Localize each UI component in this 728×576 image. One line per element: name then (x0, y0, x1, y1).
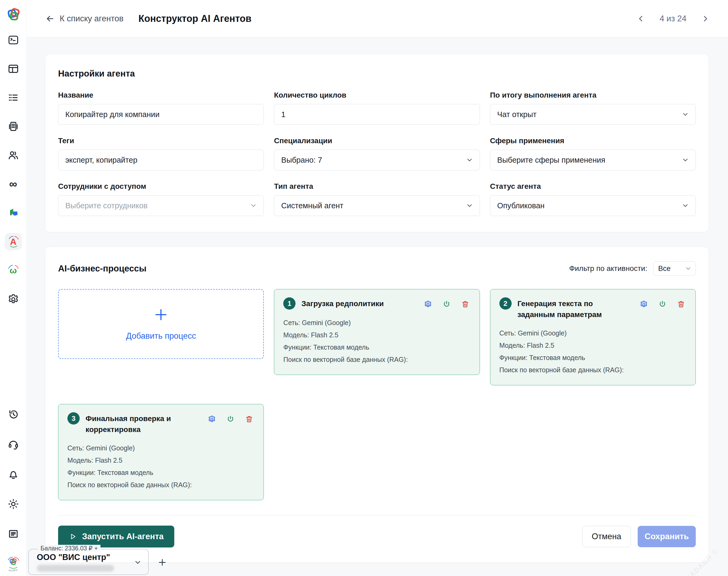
sidebar-item-notifications[interactable] (5, 466, 22, 483)
agent-settings-title: Настройки агента (58, 68, 696, 79)
wiki-icon-ring (6, 263, 20, 277)
sidebar-item-wiki[interactable]: ω (5, 262, 22, 279)
process-delete-button[interactable] (676, 299, 687, 310)
agents-icon-ring (6, 235, 20, 249)
process-number-badge: 3 (67, 412, 80, 425)
field-on-finish: По итогу выполнения агента Чат открыт (490, 91, 696, 125)
sidebar-item-settings[interactable] (5, 291, 22, 308)
run-agent-button[interactable]: Запустить AI-агента (58, 526, 174, 547)
process-settings-button[interactable] (638, 299, 649, 310)
process-title: Загрузка редполитики (301, 298, 416, 309)
sidebar-item-infinity[interactable]: ∞ (5, 175, 22, 193)
company-block: ООО "ВИС центр" (37, 552, 134, 572)
sidebar: ∞ A (0, 0, 27, 576)
power-icon (442, 300, 451, 309)
pager-prev-button[interactable] (636, 13, 646, 24)
process-title: Финальная проверка и корректировка (86, 413, 200, 435)
pager-next-button[interactable] (700, 13, 710, 24)
theme-icon (7, 498, 20, 510)
spheres-select[interactable]: Выберите сферы применения (490, 150, 696, 170)
gear-icon (208, 415, 216, 424)
balance-label: Баланс: 2336.03 ₽ + (38, 545, 100, 552)
activity-filter-select[interactable]: Все (653, 261, 696, 276)
process-delete-button[interactable] (460, 299, 471, 310)
process-card-1-header: 1 Загрузка редполитики (283, 297, 470, 310)
sidebar-item-terminal[interactable] (5, 31, 22, 49)
app-root: ∞ A (0, 0, 728, 576)
sidebar-item-support[interactable] (5, 436, 22, 453)
chevron-left-icon (637, 15, 645, 23)
kanban-icon (7, 63, 20, 75)
process-settings-button[interactable] (207, 414, 217, 425)
sidebar-logo-small[interactable]: VLGPT (5, 555, 22, 572)
process-number-badge: 2 (499, 297, 512, 310)
logo-small-caption: VLGPT (6, 569, 21, 572)
sidebar-item-kanban[interactable] (5, 60, 22, 77)
apps-icon (7, 207, 20, 219)
chevron-down-icon (681, 202, 689, 209)
power-icon (226, 415, 235, 424)
field-employees: Сотрудники с доступом Выберите сотрудник… (58, 182, 264, 216)
app-logo[interactable] (5, 6, 22, 23)
field-tags-label: Теги (58, 137, 264, 145)
process-detail-line: Функции: Текстовая модель (283, 341, 470, 353)
status-select[interactable]: Опубликован (490, 195, 696, 216)
process-toggle-button[interactable] (441, 299, 452, 310)
specializations-select[interactable]: Выбрано: 7 (274, 150, 480, 170)
sidebar-nav: ∞ A (5, 31, 22, 308)
process-details: Сеть: Gemini (Google) Модель: Flash 2.5 … (499, 327, 687, 376)
agent-type-select[interactable]: Системный агент (274, 195, 480, 216)
field-on-finish-label: По итогу выполнения агента (490, 91, 696, 99)
add-company-button[interactable] (157, 557, 168, 568)
process-settings-button[interactable] (423, 299, 433, 310)
sidebar-item-history[interactable] (5, 406, 22, 423)
sidebar-item-apps[interactable] (5, 204, 22, 221)
form-action-buttons: Отмена Сохранить (582, 526, 696, 547)
settings-icon (7, 293, 20, 305)
main-content: Настройки агента Название Количество цик… (27, 37, 728, 576)
card-footer: Запустить AI-агента Отмена Сохранить (58, 526, 696, 547)
cancel-button[interactable]: Отмена (582, 526, 631, 547)
process-detail-line: Сеть: Gemini (Google) (283, 317, 470, 329)
activity-filter: Фильтр по активности: Все (569, 261, 696, 276)
process-card-2[interactable]: 2 Генерация текста по заданным параметра… (490, 289, 696, 385)
company-selector[interactable]: Баланс: 2336.03 ₽ + ООО "ВИС центр" (28, 549, 149, 575)
add-process-button[interactable]: Добавить процесс (58, 289, 264, 359)
sidebar-item-billing[interactable] (5, 525, 22, 542)
process-actions (423, 299, 471, 310)
on-finish-select[interactable]: Чат открыт (490, 104, 696, 125)
process-card-1[interactable]: 1 Загрузка редполитики (274, 289, 480, 375)
process-toggle-button[interactable] (225, 414, 236, 425)
logo-icon (5, 6, 22, 23)
employees-select[interactable]: Выберите сотрудников (58, 195, 264, 216)
back-to-agents-link[interactable]: К списку агентов (45, 14, 124, 24)
specializations-value: Выбрано: 7 (281, 156, 465, 165)
chevron-down-icon (466, 202, 473, 209)
sidebar-item-theme[interactable] (5, 495, 22, 513)
process-grid: Добавить процесс 1 Загрузка редполитики (58, 289, 696, 500)
play-icon (69, 532, 77, 541)
processes-header: AI-бизнес-процессы Фильтр по активности:… (58, 261, 696, 276)
process-delete-button[interactable] (244, 414, 254, 425)
process-actions (638, 299, 687, 310)
name-input[interactable] (58, 104, 264, 125)
sidebar-item-fax[interactable] (5, 118, 22, 135)
sidebar-item-agents[interactable]: A (5, 233, 22, 250)
sidebar-item-users[interactable] (5, 147, 22, 164)
agent-settings-form: Название Количество циклов По итогу выпо… (58, 91, 696, 216)
cycles-input[interactable] (274, 104, 480, 125)
save-button[interactable]: Сохранить (638, 526, 696, 547)
agent-type-value: Системный агент (281, 201, 465, 210)
company-name: ООО "ВИС центр" (37, 552, 134, 562)
field-tags: Теги (58, 137, 264, 170)
sidebar-item-tasks[interactable] (5, 89, 22, 106)
tags-input[interactable] (58, 150, 264, 170)
process-card-3[interactable]: 3 Финальная проверка и корректировка (58, 404, 264, 500)
power-icon (658, 300, 667, 309)
footer-divider (58, 515, 696, 516)
activity-filter-label: Фильтр по активности: (569, 264, 647, 273)
chevron-down-icon (681, 111, 689, 118)
process-toggle-button[interactable] (657, 299, 668, 310)
field-cycles: Количество циклов (274, 91, 480, 125)
process-number-badge: 1 (283, 297, 296, 310)
